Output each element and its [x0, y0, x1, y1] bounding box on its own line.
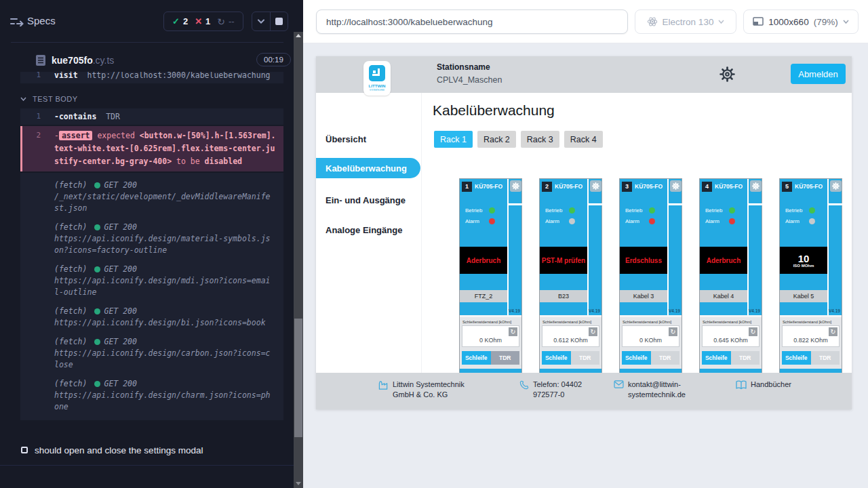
resistance-value-box: ↻ 0.645 KOhm — [702, 325, 760, 347]
refresh-measure-button[interactable]: ↻ — [829, 327, 837, 336]
chevron-down-icon — [843, 20, 849, 24]
fetch-tag: (fetch) — [54, 336, 87, 348]
command-row-contains[interactable]: 1 -contains TDR — [20, 108, 283, 125]
station-info: Stationsname CPLV4_Maschen — [437, 62, 502, 85]
sidebar-item-analoge-eingaenge[interactable]: Analoge Eingänge — [316, 220, 422, 240]
fetch-url: https://api.iconify.design/material-symb… — [54, 233, 275, 256]
viewport-selector[interactable]: 1000x660 (79%) — [743, 9, 859, 34]
tdr-button[interactable]: TDR — [811, 351, 840, 365]
fetch-log-entry[interactable]: (fetch) GET 200 https://api.iconify.desi… — [20, 260, 283, 302]
scrollbar-thumb[interactable] — [294, 319, 302, 437]
alarm-led — [649, 218, 655, 224]
tdr-button[interactable]: TDR — [571, 351, 600, 365]
sidebar-item-kabelueberwachung[interactable]: Kabelüberwachung — [316, 158, 420, 178]
aut-panel: Electron 130 1000x660 (79%) LITTWIN SYST… — [303, 0, 868, 488]
fetch-status: GET 200 — [104, 336, 136, 348]
command-row-assert-failed[interactable]: 2 -assert expected <button.w-[50%].h-[1.… — [20, 126, 283, 171]
stat-duration: ↻-- — [217, 16, 234, 27]
device-card: 5 KÜ705-FO Betrieb Alarm 10 ISO MOhm — [779, 178, 842, 373]
stop-button[interactable] — [270, 12, 288, 30]
refresh-measure-button[interactable]: ↻ — [749, 327, 757, 336]
station-label: Stationsname — [437, 62, 502, 72]
schleife-button[interactable]: Schleife — [462, 351, 491, 365]
betrieb-led — [649, 207, 655, 214]
status-ok-dot — [94, 182, 100, 188]
card-settings-button[interactable] — [830, 180, 842, 192]
fetch-log-entry[interactable]: (fetch) GET 200 https://api.iconify.desi… — [20, 302, 283, 332]
betrieb-label: Betrieb — [465, 207, 487, 214]
scroll-down-arrow[interactable] — [296, 482, 301, 485]
browser-selector[interactable]: Electron 130 — [635, 9, 736, 34]
refresh-measure-button[interactable]: ↻ — [589, 327, 597, 336]
tab-rack-1[interactable]: Rack 1 — [434, 131, 473, 148]
pending-test-title: should open and close the settings modal — [35, 445, 203, 455]
footer-email[interactable]: kontakt@littwin-systemtechnik.de — [614, 380, 693, 400]
schleife-button[interactable]: Schleife — [702, 351, 731, 365]
status-text: Aderbruch — [467, 257, 501, 264]
firmware-version: V4.19 — [669, 308, 680, 313]
card-settings-button[interactable] — [750, 180, 762, 192]
refresh-icon: ↻ — [217, 16, 225, 27]
chevron-down-icon — [718, 20, 724, 24]
card-settings-button[interactable] — [590, 180, 601, 192]
sidebar-item-ein-und-ausgaenge[interactable]: Ein- und Ausgänge — [316, 190, 422, 210]
logout-button[interactable]: Abmelden — [791, 64, 846, 84]
alarm-led — [489, 218, 495, 224]
fetch-log-entry[interactable]: (fetch) GET 200 https://api.iconify.desi… — [20, 218, 283, 260]
fetch-log-entry[interactable]: (fetch) GET 200 https://api.iconify.desi… — [20, 374, 283, 416]
alarm-label: Alarm — [705, 218, 727, 224]
status-ok-dot — [94, 308, 100, 314]
scroll-up-arrow[interactable] — [296, 34, 301, 37]
status-display: 10 ISO MOhm — [780, 247, 827, 274]
test-stats[interactable]: ✓2 ✕1 ↻-- — [163, 12, 243, 31]
specs-menu-icon[interactable] — [10, 17, 24, 26]
rack-tabs: Rack 1 Rack 2 Rack 3 Rack 4 — [434, 131, 603, 148]
main-content: Kabelüberwachung Rack 1 Rack 2 Rack 3 Ra… — [422, 93, 852, 373]
cable-name: Kabel 4 — [700, 290, 747, 302]
betrieb-label: Betrieb — [705, 207, 727, 214]
spec-file-icon — [35, 54, 46, 66]
card-settings-button[interactable] — [670, 180, 682, 192]
betrieb-led — [569, 207, 575, 214]
cable-name: B23 — [540, 290, 587, 302]
settings-gear-icon[interactable] — [719, 66, 736, 83]
tdr-button[interactable]: TDR — [491, 351, 520, 365]
collapse-button[interactable] — [252, 12, 270, 30]
status-display: Aderbruch — [460, 247, 507, 274]
fetch-log-entry[interactable]: (fetch) GET 200 https://api.iconify.desi… — [20, 332, 283, 374]
app-under-test: LITTWIN SYSTEMTECHNIK Stationsname CPLV4… — [316, 56, 852, 409]
device-card: 4 KÜ705-FO Betrieb Alarm Aderbruch — [699, 178, 762, 373]
divider — [11, 42, 283, 43]
cypress-runner-panel: Specs ✓2 ✕1 ↻-- kue705fo.cy.ts 00:19 1 v… — [0, 0, 303, 488]
betrieb-label: Betrieb — [625, 207, 647, 214]
gear-icon — [512, 182, 519, 190]
tab-rack-3[interactable]: Rack 3 — [521, 131, 559, 148]
electron-icon — [647, 16, 658, 27]
schleife-button[interactable]: Schleife — [622, 351, 651, 365]
runner-scrollbar[interactable] — [294, 32, 303, 488]
refresh-measure-button[interactable]: ↻ — [669, 327, 677, 336]
test-body-section[interactable]: TEST BODY — [20, 95, 294, 103]
tab-rack-2[interactable]: Rack 2 — [477, 131, 516, 148]
schleife-button[interactable]: Schleife — [782, 351, 811, 365]
tab-rack-4[interactable]: Rack 4 — [564, 131, 603, 148]
schleife-button[interactable]: Schleife — [542, 351, 571, 365]
footer-manuals-link[interactable]: Handbücher — [736, 380, 791, 390]
card-settings-button[interactable] — [510, 180, 521, 192]
command-row-visit[interactable]: 1 visit http://localhost:3000/kabelueber… — [20, 72, 283, 83]
refresh-measure-button[interactable]: ↻ — [509, 327, 517, 336]
fetch-tag: (fetch) — [54, 306, 87, 317]
tdr-button[interactable]: TDR — [731, 351, 760, 365]
svg-text:LITTWIN: LITTWIN — [368, 83, 386, 88]
sidebar-item-uebersicht[interactable]: Übersicht — [316, 129, 422, 149]
resistance-label: Schleifenwiderstand [kOhm] — [542, 320, 599, 324]
fetch-log-entry[interactable]: (fetch) GET 200 /_next/static/developmen… — [20, 176, 283, 218]
fetch-status: GET 200 — [104, 264, 136, 275]
spec-file-row[interactable]: kue705fo.cy.ts 00:19 — [0, 50, 294, 72]
url-input[interactable] — [316, 9, 628, 34]
book-icon — [736, 380, 747, 390]
tdr-button[interactable]: TDR — [651, 351, 680, 365]
resistance-value: 0.612 KOhm — [542, 337, 599, 344]
device-model: KÜ705-FO — [475, 183, 502, 190]
pending-test-row[interactable]: should open and close the settings modal — [0, 441, 294, 460]
